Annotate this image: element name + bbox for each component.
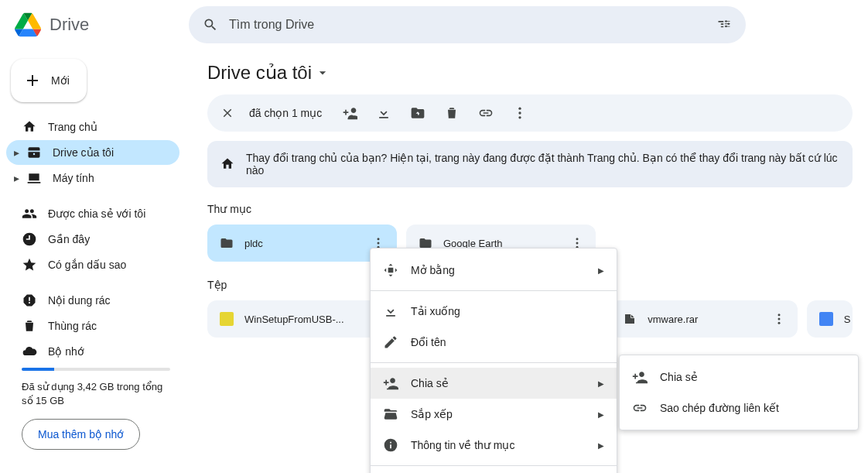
edit-icon bbox=[383, 334, 398, 350]
svg-point-3 bbox=[519, 108, 521, 110]
star-icon bbox=[22, 257, 37, 272]
move-button[interactable] bbox=[402, 98, 433, 129]
folder-icon bbox=[220, 236, 234, 250]
ctx-download[interactable]: Tải xuống bbox=[371, 296, 617, 327]
storage-bar bbox=[22, 368, 170, 371]
trash-icon bbox=[22, 318, 37, 334]
ctx-info[interactable]: Thông tin về thư mục▶ bbox=[371, 430, 617, 461]
chevron-right-icon: ▸ bbox=[14, 146, 22, 159]
nav-trash[interactable]: Thùng rác bbox=[6, 314, 179, 338]
ctx-rename[interactable]: Đổi tên bbox=[371, 327, 617, 358]
search-input[interactable] bbox=[226, 18, 709, 32]
cloud-icon bbox=[22, 344, 37, 359]
more-button[interactable] bbox=[504, 98, 535, 129]
file-card[interactable]: WinSetupFromUSB-... bbox=[207, 300, 394, 338]
clock-icon bbox=[22, 231, 37, 247]
download-button[interactable] bbox=[368, 98, 399, 129]
open-icon bbox=[383, 262, 398, 278]
search-bar[interactable] bbox=[189, 6, 746, 43]
svg-point-12 bbox=[777, 314, 780, 316]
rar-icon bbox=[623, 312, 637, 326]
nav-my-drive[interactable]: ▸ Drive của tôi bbox=[6, 140, 179, 165]
nav-storage[interactable]: Bộ nhớ bbox=[6, 339, 179, 364]
context-menu: Mở bằng▶ Tải xuống Đổi tên Chia sẻ▶ Sắp … bbox=[370, 248, 617, 473]
svg-point-6 bbox=[378, 238, 380, 240]
svg-point-2 bbox=[725, 26, 727, 28]
computer-icon bbox=[26, 170, 42, 186]
drive-icon bbox=[26, 145, 42, 160]
drive-logo bbox=[12, 9, 43, 40]
selection-text: đã chọn 1 mục bbox=[249, 107, 322, 119]
file-card[interactable]: vmware.rar bbox=[610, 300, 797, 338]
share-icon bbox=[632, 369, 648, 385]
svg-point-14 bbox=[777, 322, 780, 324]
ctx-open-with[interactable]: Mở bằng▶ bbox=[371, 255, 617, 286]
file-more-button[interactable] bbox=[765, 305, 793, 333]
svg-point-4 bbox=[519, 111, 521, 114]
filter-icon[interactable] bbox=[709, 9, 740, 40]
svg-point-9 bbox=[576, 238, 579, 240]
zip-icon bbox=[220, 312, 234, 326]
selection-bar: đã chọn 1 mục bbox=[207, 94, 853, 132]
ctx-share[interactable]: Chia sẻ▶ bbox=[371, 368, 617, 399]
sub-copy-link[interactable]: Sao chép đường liên kết bbox=[620, 392, 858, 423]
folder-open-icon bbox=[383, 406, 398, 422]
svg-point-10 bbox=[576, 242, 579, 245]
delete-button[interactable] bbox=[436, 98, 467, 129]
nav-spam[interactable]: Nội dung rác bbox=[6, 288, 179, 313]
share-submenu: Chia sẻ Sao chép đường liên kết bbox=[619, 355, 859, 430]
search-icon[interactable] bbox=[195, 9, 226, 40]
share-icon bbox=[383, 375, 398, 391]
nav-computers[interactable]: ▸ Máy tính bbox=[6, 166, 179, 190]
folder-card[interactable]: pldc bbox=[207, 225, 397, 262]
breadcrumb[interactable]: Drive của tôi bbox=[207, 62, 330, 84]
download-icon bbox=[383, 303, 398, 319]
new-button[interactable]: Mới bbox=[11, 59, 87, 102]
link-button[interactable] bbox=[470, 98, 501, 129]
file-card[interactable]: S bbox=[807, 300, 853, 338]
link-icon bbox=[632, 400, 648, 416]
home-icon bbox=[22, 119, 37, 135]
close-selection-button[interactable] bbox=[212, 98, 243, 129]
spam-icon bbox=[22, 293, 37, 308]
storage-text: Đã sử dụng 3,42 GB trong tổng số 15 GB bbox=[22, 380, 170, 408]
people-icon bbox=[22, 206, 37, 221]
plus-icon bbox=[23, 71, 42, 90]
folders-heading: Thư mục bbox=[192, 203, 868, 225]
nav-home[interactable]: Trang chủ bbox=[6, 115, 179, 139]
info-icon bbox=[383, 437, 398, 453]
buy-storage-button[interactable]: Mua thêm bộ nhớ bbox=[22, 419, 140, 450]
home-banner: Thay đổi trang chủ của bạn? Hiện tại, tr… bbox=[207, 141, 853, 187]
share-button[interactable] bbox=[334, 98, 365, 129]
nav-shared[interactable]: Được chia sẻ với tôi bbox=[6, 201, 179, 226]
docs-icon bbox=[819, 312, 833, 326]
svg-point-1 bbox=[728, 23, 730, 26]
nav-recent[interactable]: Gần đây bbox=[6, 227, 179, 252]
sub-share[interactable]: Chia sẻ bbox=[620, 362, 858, 392]
chevron-right-icon: ▸ bbox=[14, 172, 22, 184]
svg-point-13 bbox=[777, 318, 780, 320]
app-title: Drive bbox=[50, 15, 89, 35]
nav-starred[interactable]: Có gắn dấu sao bbox=[6, 252, 179, 277]
ctx-organize[interactable]: Sắp xếp▶ bbox=[371, 399, 617, 430]
svg-point-5 bbox=[519, 116, 521, 118]
svg-point-0 bbox=[725, 20, 727, 22]
chevron-down-icon bbox=[315, 65, 330, 81]
svg-point-7 bbox=[378, 242, 380, 245]
home-icon bbox=[220, 156, 235, 172]
